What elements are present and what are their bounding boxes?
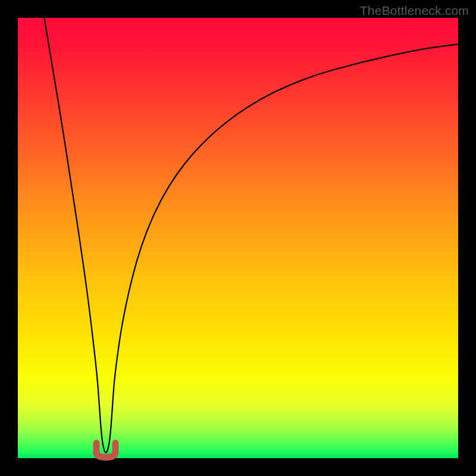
bottleneck-curve: [44, 18, 458, 453]
minimum-marker: [96, 443, 115, 458]
chart-frame: TheBottleneck.com: [0, 0, 476, 476]
curve-layer: [18, 18, 458, 458]
plot-area: [18, 18, 458, 458]
watermark-label: TheBottleneck.com: [360, 4, 469, 18]
